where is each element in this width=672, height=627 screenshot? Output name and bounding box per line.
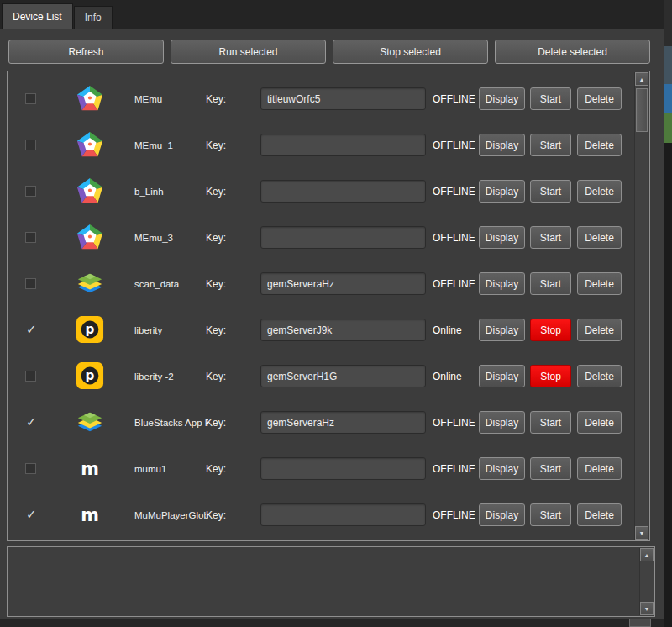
- display-button[interactable]: Display: [479, 87, 525, 110]
- scroll-thumb[interactable]: [636, 88, 648, 132]
- display-button[interactable]: Display: [479, 457, 525, 480]
- delete-button[interactable]: Delete: [577, 134, 622, 156]
- tab-info[interactable]: Info: [74, 6, 113, 29]
- key-input[interactable]: [260, 503, 426, 526]
- display-button[interactable]: Display: [479, 134, 525, 156]
- start-stop-button[interactable]: Start: [530, 134, 571, 156]
- start-stop-button[interactable]: Start: [530, 226, 571, 249]
- scroll-corner: [629, 619, 651, 627]
- device-name: liberity: [134, 325, 208, 335]
- key-input[interactable]: [260, 457, 426, 480]
- display-button[interactable]: Display: [479, 411, 525, 434]
- device-name: MuMuPlayerGlobal-12: [134, 510, 208, 520]
- delete-button[interactable]: Delete: [577, 365, 622, 387]
- scroll-down-button[interactable]: ▼: [635, 526, 648, 540]
- key-label: Key:: [206, 371, 226, 382]
- toolbar: Refresh Run selected Stop selected Delet…: [8, 40, 650, 64]
- log-scroll-up-button[interactable]: ▲: [640, 548, 654, 561]
- refresh-button[interactable]: Refresh: [8, 40, 164, 64]
- device-row: ✓ p: [8, 214, 634, 261]
- key-input[interactable]: [260, 319, 426, 341]
- delete-button[interactable]: Delete: [577, 411, 622, 434]
- device-status: OFFLINE: [433, 417, 475, 429]
- device-name: MEmu: [134, 94, 208, 104]
- display-button[interactable]: Display: [479, 272, 525, 295]
- key-input[interactable]: [260, 134, 426, 156]
- device-name: b_Linh: [134, 187, 208, 197]
- display-button[interactable]: Display: [479, 365, 525, 387]
- device-checkbox[interactable]: ✓: [25, 140, 36, 150]
- svg-text:p: p: [86, 322, 95, 337]
- delete-button[interactable]: Delete: [577, 87, 622, 110]
- sliver-segment: [664, 84, 672, 113]
- sliver-segment: [664, 0, 672, 46]
- key-input[interactable]: [260, 87, 426, 110]
- start-stop-button[interactable]: Stop: [530, 319, 571, 341]
- device-row: ✓ p: [8, 122, 634, 168]
- window-bottom-strip: [0, 619, 664, 627]
- device-list-panel: ✓ p: [7, 71, 650, 541]
- device-checkbox[interactable]: ✓: [25, 186, 36, 197]
- log-scrollbar: ▲ ▼: [639, 548, 654, 615]
- device-checkbox[interactable]: ✓: [25, 93, 36, 104]
- start-stop-button[interactable]: Start: [530, 457, 571, 480]
- device-row: ✓ p: [8, 399, 634, 445]
- down-arrow-icon: ▼: [639, 530, 645, 536]
- device-name: BlueStacks App Playe: [134, 418, 208, 428]
- desktop-sliver: [664, 0, 672, 627]
- stop-selected-button[interactable]: Stop selected: [333, 40, 488, 64]
- delete-button[interactable]: Delete: [577, 457, 622, 480]
- svg-text:p: p: [86, 368, 95, 383]
- device-status: OFFLINE: [433, 463, 475, 475]
- sliver-segment: [664, 46, 672, 84]
- start-stop-button[interactable]: Start: [530, 180, 571, 203]
- display-button[interactable]: Display: [479, 180, 525, 203]
- memu-icon: p m: [76, 223, 104, 251]
- app-window: Device List Info Refresh Run selected St…: [0, 0, 664, 627]
- device-checkbox[interactable]: ✓: [25, 278, 36, 289]
- svg-text:m: m: [81, 459, 99, 479]
- key-input[interactable]: [260, 365, 426, 387]
- key-input[interactable]: [260, 226, 426, 249]
- device-checkbox[interactable]: ✓: [25, 463, 36, 474]
- display-button[interactable]: Display: [479, 503, 525, 526]
- log-scroll-down-button[interactable]: ▼: [640, 602, 654, 615]
- key-label: Key:: [206, 324, 226, 336]
- bluestacks-icon: p m: [76, 269, 104, 298]
- key-label: Key:: [206, 186, 226, 198]
- start-stop-button[interactable]: Stop: [530, 365, 571, 387]
- key-input[interactable]: [260, 411, 426, 434]
- liberity-icon: p m: [76, 315, 104, 344]
- key-label: Key:: [206, 278, 226, 290]
- device-checkbox[interactable]: ✓: [25, 417, 36, 428]
- sliver-segment: [664, 113, 672, 143]
- key-input[interactable]: [260, 272, 426, 295]
- device-checkbox[interactable]: ✓: [25, 509, 36, 520]
- scroll-up-button[interactable]: ▲: [635, 72, 648, 86]
- device-row: ✓ p: [8, 168, 634, 214]
- device-name: MEmu_3: [134, 233, 208, 243]
- device-status: Online: [433, 324, 462, 336]
- display-button[interactable]: Display: [479, 226, 525, 249]
- delete-button[interactable]: Delete: [577, 226, 622, 249]
- delete-button[interactable]: Delete: [577, 272, 622, 295]
- start-stop-button[interactable]: Start: [530, 411, 571, 434]
- down-arrow-icon: ▼: [644, 606, 650, 612]
- tab-device-list[interactable]: Device List: [2, 3, 73, 29]
- delete-button[interactable]: Delete: [577, 503, 622, 526]
- delete-button[interactable]: Delete: [577, 319, 622, 341]
- device-checkbox[interactable]: ✓: [25, 371, 36, 382]
- start-stop-button[interactable]: Start: [530, 272, 571, 295]
- device-checkbox[interactable]: ✓: [25, 232, 36, 243]
- key-label: Key:: [206, 93, 226, 105]
- start-stop-button[interactable]: Start: [530, 503, 571, 526]
- mumu-icon: p m: [76, 500, 104, 529]
- display-button[interactable]: Display: [479, 319, 525, 341]
- key-label: Key:: [206, 463, 226, 475]
- start-stop-button[interactable]: Start: [530, 87, 571, 110]
- run-selected-button[interactable]: Run selected: [171, 40, 326, 64]
- delete-button[interactable]: Delete: [577, 180, 622, 203]
- device-checkbox[interactable]: ✓: [25, 324, 36, 335]
- key-input[interactable]: [260, 180, 426, 203]
- delete-selected-button[interactable]: Delete selected: [495, 40, 650, 64]
